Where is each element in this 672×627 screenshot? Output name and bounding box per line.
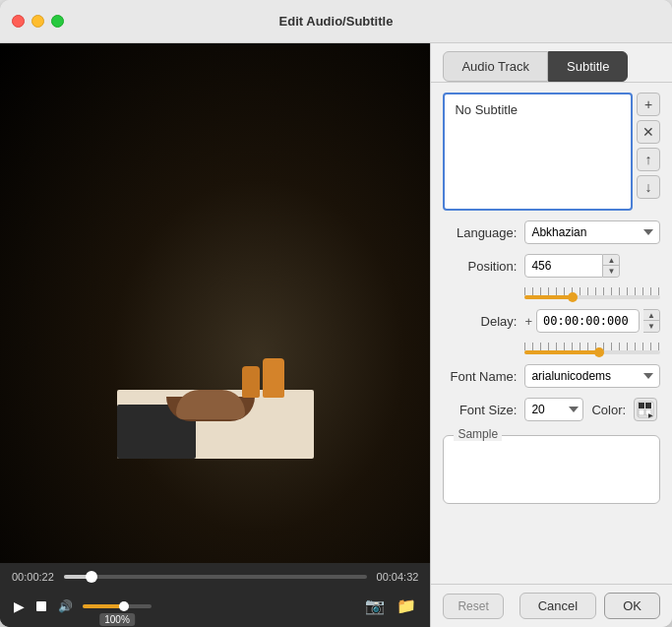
volume-button[interactable]: 🔊: [56, 597, 75, 615]
tab-subtitle[interactable]: Subtitle: [548, 51, 628, 82]
tabs-row: Audio Track Subtitle: [431, 43, 672, 83]
ok-button[interactable]: OK: [604, 593, 660, 619]
delay-slider-row: [524, 343, 660, 354]
position-slider-thumb[interactable]: [568, 292, 578, 302]
remove-subtitle-button[interactable]: ✕: [637, 120, 660, 144]
progress-bar-row: 00:00:22 00:04:32: [12, 571, 418, 583]
move-down-button[interactable]: ↓: [637, 175, 660, 199]
font-name-label: Font Name:: [443, 369, 517, 384]
delay-slider-fill: [524, 350, 599, 354]
right-panel: Audio Track Subtitle No Subtitle + ✕ ↑ ↓: [430, 43, 672, 627]
svg-rect-1: [639, 403, 644, 408]
jar-small: [242, 366, 260, 398]
main-content: 00:00:22 00:04:32 ▶ 🔊: [0, 43, 672, 627]
close-button[interactable]: [12, 15, 25, 28]
subtitle-list-area: No Subtitle + ✕ ↑ ↓: [443, 93, 660, 211]
color-picker-icon: ▶: [637, 401, 654, 418]
position-label: Position:: [443, 259, 517, 274]
bread: [176, 390, 245, 419]
language-row: Language: Abkhazian: [443, 220, 660, 244]
panel-body: No Subtitle + ✕ ↑ ↓ Language: Abkhazian: [431, 83, 672, 584]
delay-decrement[interactable]: ▼: [643, 321, 659, 332]
volume-percent: 100%: [99, 613, 135, 626]
window-title: Edit Audio/Subtitle: [279, 14, 394, 29]
maximize-button[interactable]: [51, 15, 64, 28]
controls-row: ▶ 🔊 100% 📷: [12, 591, 418, 623]
language-select[interactable]: Abkhazian: [524, 220, 660, 244]
position-slider-row: [524, 287, 660, 299]
position-ticks: [524, 287, 660, 295]
font-name-select[interactable]: arialunicodems: [524, 364, 660, 388]
video-frame: [0, 43, 430, 563]
still-life-image: [117, 331, 314, 459]
subtitle-list-item[interactable]: No Subtitle: [451, 100, 625, 119]
position-spinner: ▲ ▼: [524, 254, 620, 278]
progress-thumb[interactable]: [86, 571, 97, 583]
play-icon: ▶: [14, 598, 25, 614]
delay-increment[interactable]: ▲: [643, 310, 659, 321]
titlebar: Edit Audio/Subtitle: [0, 0, 672, 43]
font-name-row: Font Name: arialunicodems: [443, 364, 660, 388]
video-area: [0, 43, 430, 563]
add-subtitle-button[interactable]: +: [637, 93, 660, 116]
time-total: 00:04:32: [377, 571, 419, 583]
main-window: Edit Audio/Subtitle 00: [0, 0, 672, 627]
reset-button[interactable]: Reset: [443, 594, 503, 619]
position-spinner-btns: ▲ ▼: [603, 254, 620, 278]
delay-tick-marks: [524, 343, 660, 350]
list-actions: + ✕ ↑ ↓: [637, 93, 660, 211]
folder-button[interactable]: 📁: [395, 595, 418, 617]
volume-slider[interactable]: 100%: [83, 604, 152, 608]
time-current: 00:00:22: [12, 571, 54, 583]
language-label: Language:: [443, 225, 517, 240]
sample-box: Sample: [443, 435, 660, 504]
color-picker-button[interactable]: ▶: [634, 398, 657, 421]
jar-large: [263, 358, 284, 398]
position-tick-marks: [524, 287, 660, 295]
subtitle-list[interactable]: No Subtitle: [443, 93, 633, 211]
delay-sign: +: [524, 314, 532, 329]
position-decrement[interactable]: ▼: [603, 266, 619, 277]
delay-label: Delay:: [443, 314, 517, 329]
svg-rect-2: [645, 403, 651, 408]
traffic-lights: [12, 15, 64, 28]
font-size-label: Font Size:: [443, 403, 517, 417]
delay-spinner-btns: ▲ ▼: [643, 309, 660, 333]
position-input[interactable]: [524, 254, 603, 278]
color-label: Color:: [591, 403, 626, 417]
delay-row: Delay: + ▲ ▼: [443, 309, 660, 333]
position-increment[interactable]: ▲: [603, 255, 619, 266]
stop-button[interactable]: [34, 599, 48, 613]
delay-slider-track[interactable]: [524, 350, 660, 354]
tab-audio-track[interactable]: Audio Track: [443, 51, 548, 82]
progress-track[interactable]: [64, 575, 367, 579]
delay-ticks: [524, 343, 660, 350]
volume-fill: [83, 604, 124, 608]
snapshot-button[interactable]: 📷: [363, 595, 387, 617]
move-up-button[interactable]: ↑: [637, 148, 660, 171]
video-section: 00:00:22 00:04:32 ▶ 🔊: [0, 43, 430, 627]
sample-label: Sample: [454, 427, 502, 441]
bottom-bar: Reset Cancel OK: [431, 584, 672, 627]
camera-icon: 📷: [365, 596, 385, 615]
font-size-select[interactable]: 20: [524, 398, 583, 421]
volume-thumb[interactable]: [119, 601, 129, 611]
delay-slider-thumb[interactable]: [594, 347, 604, 357]
delay-input-group: + ▲ ▼: [524, 309, 660, 333]
position-slider-fill: [524, 295, 572, 299]
position-row: Position: ▲ ▼: [443, 254, 660, 278]
folder-icon: 📁: [397, 596, 416, 615]
cancel-button[interactable]: Cancel: [519, 593, 596, 619]
font-size-color-row: Font Size: 20 Color: ▶: [443, 398, 660, 421]
svg-text:▶: ▶: [648, 412, 653, 418]
svg-rect-3: [639, 409, 644, 415]
volume-icon: 🔊: [58, 599, 73, 613]
delay-input[interactable]: [536, 309, 640, 333]
video-controls: 00:00:22 00:04:32 ▶ 🔊: [0, 563, 430, 627]
position-slider-track[interactable]: [524, 295, 660, 299]
play-button[interactable]: ▶: [12, 596, 27, 616]
minimize-button[interactable]: [31, 15, 44, 28]
stop-icon: [36, 601, 46, 611]
